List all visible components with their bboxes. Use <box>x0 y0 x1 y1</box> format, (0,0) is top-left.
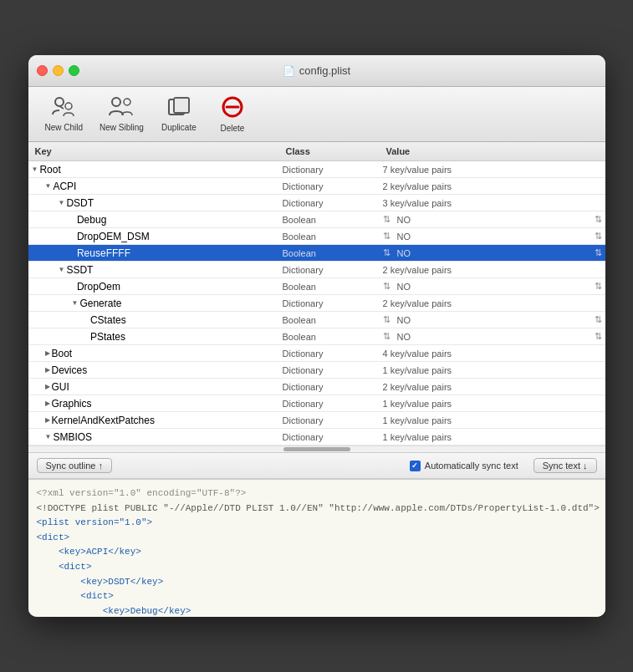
cell-class: Dictionary <box>279 349 380 359</box>
stepper-right[interactable]: ⇅ <box>595 247 602 258</box>
new-sibling-button[interactable]: New Sibling <box>93 93 151 135</box>
value-text: 4 key/value pairs <box>383 349 452 359</box>
cell-key: CStates <box>28 314 279 326</box>
cell-key: DropOEM_DSM <box>28 231 279 242</box>
cell-key: Debug <box>28 214 279 226</box>
table-row[interactable]: ▶GUIDictionary2 key/value pairs <box>28 379 605 395</box>
triangle-icon[interactable]: ▼ <box>32 165 38 173</box>
cell-value: ⇅NO⇅ <box>380 281 605 292</box>
svg-point-4 <box>124 99 130 105</box>
triangle-icon[interactable]: ▼ <box>45 433 52 440</box>
header-class: Class <box>279 145 380 158</box>
value-text: 1 key/value pairs <box>383 399 452 409</box>
xml-line: <dict> <box>37 531 597 546</box>
triangle-icon[interactable]: ▼ <box>59 199 65 206</box>
minimize-button[interactable] <box>53 65 64 76</box>
table-row[interactable]: ReuseFFFFBoolean⇅NO⇅ <box>28 245 605 262</box>
cell-key: ▶Devices <box>28 364 279 376</box>
cell-key: ReuseFFFF <box>28 247 279 259</box>
table-row[interactable]: PStatesBoolean⇅NO⇅ <box>28 328 605 345</box>
value-text: 1 key/value pairs <box>383 415 452 425</box>
svg-point-1 <box>65 103 72 109</box>
table-row[interactable]: ▶BootDictionary4 key/value pairs <box>28 345 605 362</box>
key-text: ReuseFFFF <box>77 247 130 259</box>
header-key: Key <box>28 145 279 158</box>
tree-table: ▼RootDictionary7 key/value pairs▼ACPIDic… <box>28 161 605 445</box>
key-text: ACPI <box>53 181 76 192</box>
table-row[interactable]: ▼ACPIDictionary2 key/value pairs <box>28 178 605 195</box>
xml-line: <dict> <box>37 589 597 604</box>
table-row[interactable]: DebugBoolean⇅NO⇅ <box>28 211 605 228</box>
cell-value: 1 key/value pairs <box>380 432 605 442</box>
key-text: Root <box>39 164 60 176</box>
cell-key: ▶GUI <box>28 381 279 393</box>
stepper-arrows[interactable]: ⇅ <box>383 214 391 225</box>
sync-text-button[interactable]: Sync text ↓ <box>533 458 597 473</box>
table-row[interactable]: ▼DSDTDictionary3 key/value pairs <box>28 195 605 211</box>
table-row[interactable]: ▼RootDictionary7 key/value pairs <box>28 161 605 178</box>
sync-outline-button[interactable]: Sync outline ↑ <box>37 458 112 473</box>
table-row[interactable]: ▶GraphicsDictionary1 key/value pairs <box>28 395 605 412</box>
triangle-icon[interactable]: ▶ <box>45 400 50 407</box>
stepper-arrows[interactable]: ⇅ <box>383 314 391 325</box>
stepper-arrows[interactable]: ⇅ <box>383 247 391 258</box>
cell-key: ▼DSDT <box>28 197 279 209</box>
delete-button[interactable]: Delete <box>207 92 258 136</box>
value-text: 3 key/value pairs <box>383 198 452 208</box>
key-text: GUI <box>52 381 69 393</box>
cell-value: ⇅NO⇅ <box>380 214 605 225</box>
svg-rect-6 <box>174 98 189 113</box>
triangle-icon[interactable]: ▼ <box>59 266 65 273</box>
cell-value: 1 key/value pairs <box>380 415 605 425</box>
table-row[interactable]: DropOEM_DSMBoolean⇅NO⇅ <box>28 228 605 245</box>
cell-class: Dictionary <box>279 399 380 409</box>
scrollbar-thumb[interactable] <box>283 447 350 451</box>
table-row[interactable]: ▶KernelAndKextPatchesDictionary1 key/val… <box>28 412 605 429</box>
cell-class: Dictionary <box>279 382 380 392</box>
cell-key: ▼SSDT <box>28 264 279 276</box>
stepper-arrows[interactable]: ⇅ <box>383 331 391 342</box>
value-text: 2 key/value pairs <box>383 298 452 308</box>
key-text: SMBIOS <box>53 431 92 443</box>
triangle-icon[interactable]: ▼ <box>72 299 79 307</box>
xml-editor[interactable]: <?xml version="1.0" encoding="UTF-8"?><!… <box>28 479 605 617</box>
triangle-icon[interactable]: ▶ <box>45 383 50 390</box>
stepper-arrows[interactable]: ⇅ <box>383 281 391 292</box>
stepper-right[interactable]: ⇅ <box>595 231 602 242</box>
auto-sync-checkbox[interactable] <box>410 461 421 471</box>
triangle-icon[interactable]: ▶ <box>45 366 50 374</box>
stepper-right[interactable]: ⇅ <box>595 214 602 225</box>
triangle-icon[interactable]: ▶ <box>45 349 50 357</box>
duplicate-button[interactable]: Duplicate <box>154 93 204 135</box>
cell-value: ⇅NO⇅ <box>380 247 605 258</box>
table-row[interactable]: ▶DevicesDictionary1 key/value pairs <box>28 362 605 379</box>
stepper-arrows[interactable]: ⇅ <box>383 231 391 242</box>
maximize-button[interactable] <box>69 65 79 76</box>
delete-label: Delete <box>220 124 244 133</box>
table-row[interactable]: ▼SSDTDictionary2 key/value pairs <box>28 262 605 278</box>
key-text: PStates <box>90 331 125 343</box>
xml-line: <key>Debug</key> <box>37 604 597 617</box>
new-child-button[interactable]: New Child <box>38 93 90 135</box>
close-button[interactable] <box>37 65 48 76</box>
cell-value: 7 key/value pairs <box>380 165 605 175</box>
window-title: config.plist <box>299 64 350 77</box>
cell-class: Boolean <box>279 282 380 292</box>
triangle-icon[interactable]: ▼ <box>45 182 52 190</box>
triangle-icon[interactable]: ▶ <box>45 416 50 424</box>
triangle-icon <box>72 249 75 257</box>
table-row[interactable]: DropOemBoolean⇅NO⇅ <box>28 278 605 295</box>
horizontal-scrollbar[interactable] <box>28 445 605 452</box>
stepper-right[interactable]: ⇅ <box>595 314 602 325</box>
value-text: 2 key/value pairs <box>383 382 452 392</box>
cell-class: Dictionary <box>279 198 380 208</box>
table-row[interactable]: ▼GenerateDictionary2 key/value pairs <box>28 295 605 312</box>
table-row[interactable]: ▼SMBIOSDictionary1 key/value pairs <box>28 429 605 445</box>
table-row[interactable]: CStatesBoolean⇅NO⇅ <box>28 312 605 328</box>
key-text: DSDT <box>66 197 94 209</box>
duplicate-label: Duplicate <box>161 123 197 132</box>
stepper-right[interactable]: ⇅ <box>595 331 602 342</box>
stepper-right[interactable]: ⇅ <box>595 281 602 292</box>
value-text: 1 key/value pairs <box>383 432 452 442</box>
cell-value: 1 key/value pairs <box>380 365 605 375</box>
